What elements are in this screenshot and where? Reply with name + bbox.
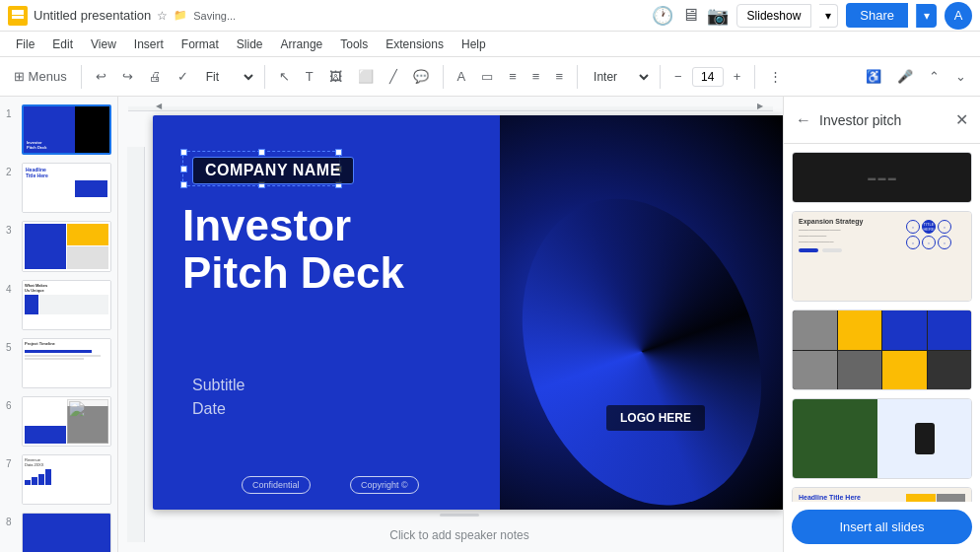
scroll-indicator — [440, 514, 479, 517]
handle-mid-left[interactable] — [180, 166, 187, 172]
subtitle-line1: Subtitle — [192, 374, 245, 397]
undo-button[interactable]: ↩ — [90, 65, 112, 88]
align-right[interactable]: ≡ — [549, 65, 569, 88]
slideshow-button[interactable]: Slideshow — [736, 4, 812, 28]
logo-placeholder[interactable]: LOGO HERE — [606, 405, 705, 431]
panel-title: Investor pitch — [819, 112, 947, 128]
chevron-up-button[interactable]: ⌃ — [923, 65, 945, 88]
slide-thumb-5[interactable]: 5 Project Timeline — [6, 338, 111, 388]
folder-icon: 📁 — [174, 9, 187, 22]
cursor-tool[interactable]: ↖ — [273, 65, 296, 88]
slide-thumb-4[interactable]: 4 What MakesUs Unique — [6, 280, 111, 330]
top-bar: Untitled presentation ☆ 📁 Saving... 🕐 🖥 … — [0, 0, 980, 32]
menu-file[interactable]: File — [8, 35, 42, 53]
slide-right-decoration — [500, 115, 783, 510]
vertical-ruler — [127, 147, 145, 542]
slideshow-dropdown[interactable]: ▾ — [819, 4, 838, 28]
menus-toggle[interactable]: ⊞ Menus — [8, 65, 73, 88]
menu-view[interactable]: View — [83, 35, 124, 53]
microphone-button[interactable]: 🎤 — [891, 65, 919, 88]
panel-back-button[interactable]: ← — [796, 111, 811, 129]
accessibility-button[interactable]: ♿ — [860, 65, 887, 88]
camera-icon[interactable]: 📷 — [707, 5, 729, 27]
template-headline[interactable]: Headline Title Here Lorem ipsum SubTitle — [792, 487, 972, 502]
toolbar: ⊞ Menus ↩ ↪ 🖨 ✓ Fit 50% 75% 100% ↖ T 🖼 ⬜… — [0, 57, 980, 97]
slide-thumb-1[interactable]: 1 InvestorPitch Deck — [6, 104, 111, 155]
template-phone[interactable] — [792, 398, 972, 479]
font-select[interactable]: Inter Arial Roboto — [586, 67, 652, 87]
menu-bar: File Edit View Insert Format Slide Arran… — [0, 32, 980, 57]
svg-rect-0 — [12, 10, 24, 15]
text-tool[interactable]: T — [300, 65, 319, 88]
panel-header: ← Investor pitch ✕ — [784, 97, 980, 144]
main-content: 1 InvestorPitch Deck 2 HeadlineTitle Her… — [0, 97, 980, 552]
shapes-tool[interactable]: ⬜ — [352, 65, 380, 88]
main-title[interactable]: Investor Pitch Deck — [182, 202, 404, 298]
slide-thumb-6[interactable]: 6 — [6, 396, 111, 447]
app-title: Untitled presentation — [34, 8, 151, 23]
handle-bot-left[interactable] — [180, 181, 187, 188]
print-button[interactable]: 🖨 — [143, 65, 168, 88]
slide-thumb-8[interactable]: 8 TargetCustomer — [6, 513, 111, 552]
slide-canvas[interactable]: COMPANY NAME Investor Pitch Deck Subtitl… — [153, 115, 783, 510]
slide-thumb-2[interactable]: 2 HeadlineTitle Here — [6, 163, 111, 213]
top-right-actions: 🕐 🖥 📷 Slideshow ▾ Share ▾ A — [652, 2, 972, 30]
saving-status: Saving... — [193, 10, 236, 22]
subtitle-textbox[interactable]: Subtitle Date — [192, 374, 245, 421]
menu-arrange[interactable]: Arrange — [273, 35, 331, 53]
template-collage[interactable] — [792, 310, 972, 390]
handle-top-mid[interactable] — [258, 149, 265, 156]
title-line1: Investor — [182, 202, 404, 249]
font-decrease[interactable]: − — [668, 65, 688, 88]
redo-button[interactable]: ↪ — [116, 65, 139, 88]
handle-top-right[interactable] — [335, 149, 342, 156]
subtitle-line2: Date — [192, 397, 245, 421]
menu-tools[interactable]: Tools — [332, 35, 376, 53]
slide-thumb-7[interactable]: 7 RevenueData 20XX — [6, 454, 111, 505]
cast-icon[interactable]: 🖥 — [681, 5, 699, 26]
image-tool[interactable]: 🖼 — [323, 65, 348, 88]
title-line2: Pitch Deck — [182, 249, 404, 297]
svg-rect-1 — [12, 16, 24, 19]
star-icon[interactable]: ☆ — [157, 9, 168, 23]
badge-confidential[interactable]: Confidential — [242, 476, 311, 494]
slides-panel: 1 InvestorPitch Deck 2 HeadlineTitle Her… — [0, 97, 118, 552]
menu-edit[interactable]: Edit — [44, 35, 81, 53]
font-increase[interactable]: + — [728, 65, 747, 88]
zoom-select[interactable]: Fit 50% 75% 100% — [198, 67, 256, 87]
more-options[interactable]: ⋮ — [763, 65, 788, 88]
right-panel: ← Investor pitch ✕ ▬ ▬ ▬ Expansion Strat… — [783, 97, 980, 552]
align-left[interactable]: ≡ — [503, 65, 523, 88]
menu-extensions[interactable]: Extensions — [378, 35, 452, 53]
panel-close-button[interactable]: ✕ — [955, 110, 968, 129]
slide-thumb-3[interactable]: 3 — [6, 221, 111, 271]
border-color[interactable]: ▭ — [475, 65, 499, 88]
background-color[interactable]: A — [452, 65, 472, 88]
font-size-input[interactable] — [692, 67, 724, 87]
company-name-textbox[interactable]: COMPANY NAME — [192, 157, 354, 184]
template-black[interactable]: ▬ ▬ ▬ — [792, 152, 972, 203]
speaker-notes[interactable]: Click to add speaker notes — [135, 528, 783, 542]
menu-format[interactable]: Format — [174, 35, 227, 53]
align-center[interactable]: ≡ — [526, 65, 546, 88]
menu-insert[interactable]: Insert — [126, 35, 172, 53]
badge-copyright[interactable]: Copyright © — [350, 476, 419, 494]
horizontal-ruler: ◀ ▶ — [128, 106, 773, 111]
share-dropdown[interactable]: ▾ — [916, 4, 937, 28]
history-icon[interactable]: 🕐 — [652, 5, 673, 27]
share-button[interactable]: Share — [846, 3, 908, 28]
spell-check-button[interactable]: ✓ — [172, 65, 194, 88]
app-icon — [8, 6, 28, 26]
insert-all-button[interactable]: Insert all slides — [792, 510, 972, 544]
chevron-down-toolbar[interactable]: ⌄ — [949, 65, 972, 88]
line-tool[interactable]: ╱ — [384, 65, 403, 88]
template-expansion[interactable]: Expansion Strategy ─────────────────────… — [792, 211, 972, 302]
avatar[interactable]: A — [945, 2, 972, 30]
menu-help[interactable]: Help — [454, 35, 494, 53]
menu-slide[interactable]: Slide — [229, 35, 271, 53]
comment-tool[interactable]: 💬 — [407, 65, 435, 88]
editor-area: ◀ ▶ — [118, 97, 783, 552]
templates-list: ▬ ▬ ▬ Expansion Strategy ───────────────… — [784, 144, 980, 502]
handle-top-left[interactable] — [180, 149, 187, 156]
